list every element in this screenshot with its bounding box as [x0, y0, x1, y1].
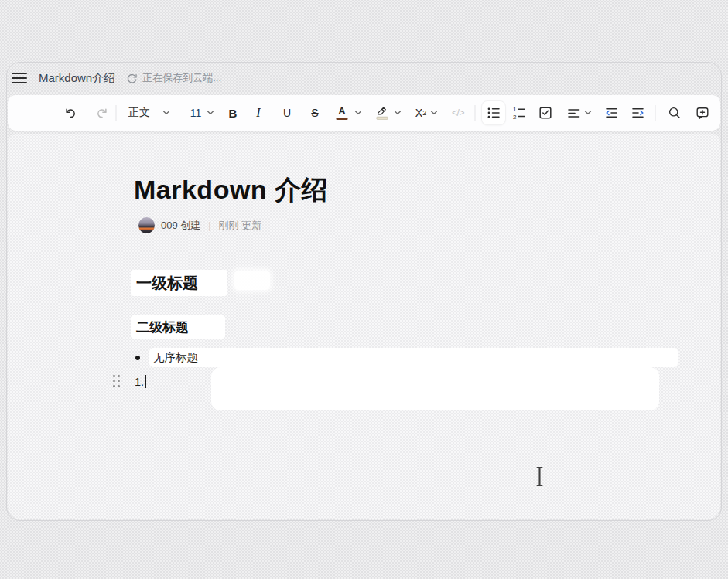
- creator-avatar[interactable]: [138, 217, 155, 233]
- highlight-color-button[interactable]: [377, 107, 388, 120]
- chevron-down-icon[interactable]: [163, 111, 170, 115]
- align-button[interactable]: [566, 105, 582, 121]
- bullet-row-highlight-block: [149, 348, 678, 367]
- save-status-text: 正在保存到云端...: [142, 71, 221, 85]
- bullet-marker: [135, 356, 140, 360]
- editor-window: Markdown介绍 正在保存到云端... 正文 1: [6, 62, 722, 521]
- checklist-button[interactable]: [538, 105, 553, 121]
- add-comment-icon: [695, 105, 710, 121]
- outdent-icon: [603, 105, 619, 121]
- paragraph-style-select[interactable]: 正文: [128, 106, 150, 120]
- chevron-down-icon[interactable]: [431, 111, 438, 115]
- ordered-list-button[interactable]: 1 2: [511, 105, 527, 121]
- undo-button[interactable]: [63, 106, 77, 120]
- bullet-list-icon: [486, 105, 501, 121]
- bullet-item-text[interactable]: 无序标题: [153, 350, 198, 365]
- chevron-down-icon[interactable]: [355, 111, 362, 115]
- ordered-list-item[interactable]: 1.: [135, 375, 146, 388]
- svg-text:2: 2: [513, 114, 517, 121]
- meta-divider: |: [208, 220, 210, 231]
- search-icon: [668, 106, 682, 121]
- redo-button[interactable]: [95, 106, 109, 120]
- ordered-list-icon: 1 2: [511, 105, 527, 121]
- heading1-text[interactable]: 一级标题: [131, 273, 198, 294]
- strikethrough-button[interactable]: S: [311, 107, 318, 119]
- bold-button[interactable]: B: [229, 107, 238, 120]
- bullet-list-button[interactable]: [482, 101, 505, 124]
- align-icon: [566, 105, 582, 121]
- superscript-button[interactable]: X2: [415, 107, 426, 119]
- toolbar-divider: [475, 105, 476, 121]
- drag-handle[interactable]: [113, 375, 120, 387]
- highlighter-icon: [377, 107, 388, 116]
- document-meta: 009 创建 | 刚刚 更新: [138, 217, 261, 233]
- updated-label: 刚刚 更新: [218, 219, 261, 233]
- sync-icon: [126, 73, 138, 84]
- toolbar-divider: [116, 105, 117, 121]
- chevron-down-icon[interactable]: [207, 111, 214, 115]
- top-bar: Markdown介绍 正在保存到云端...: [7, 63, 721, 94]
- empty-highlight-block: [211, 367, 659, 410]
- note-title: Markdown介绍: [39, 71, 115, 86]
- add-comment-button[interactable]: [695, 105, 710, 121]
- ibeam-cursor-icon: [535, 466, 545, 487]
- blurred-artifact: [234, 271, 270, 290]
- heading2-highlight-block: 二级标题: [131, 315, 225, 339]
- indent-icon: [631, 105, 646, 121]
- font-color-swatch: [337, 118, 348, 121]
- checklist-icon: [538, 105, 553, 121]
- font-color-button[interactable]: A: [337, 106, 348, 120]
- ordered-list-number: 1.: [135, 376, 144, 388]
- toolbar-divider: [655, 105, 656, 121]
- search-button[interactable]: [668, 106, 682, 121]
- chevron-down-icon[interactable]: [585, 111, 592, 115]
- chevron-down-icon[interactable]: [395, 111, 402, 115]
- document-canvas[interactable]: Markdown 介绍 009 创建 | 刚刚 更新 一级标题 二级标题 无序标…: [8, 134, 720, 519]
- highlight-color-swatch: [377, 117, 388, 120]
- svg-text:1: 1: [513, 106, 517, 113]
- format-toolbar: 正文 11 B I U S A X2: [8, 95, 720, 131]
- outdent-button[interactable]: [603, 105, 619, 121]
- underline-button[interactable]: U: [283, 107, 291, 119]
- heading2-text[interactable]: 二级标题: [131, 318, 189, 336]
- desktop-background: { "topbar": { "title": "Markdown介绍", "st…: [0, 0, 728, 579]
- code-button[interactable]: </>: [452, 107, 464, 118]
- creator-label: 009 创建: [161, 219, 200, 233]
- hamburger-menu-icon[interactable]: [12, 73, 27, 83]
- document-title[interactable]: Markdown 介绍: [134, 172, 328, 208]
- heading1-highlight-block: 一级标题: [131, 270, 227, 296]
- indent-button[interactable]: [631, 105, 646, 121]
- italic-button[interactable]: I: [256, 106, 260, 120]
- font-size-select[interactable]: 11: [190, 107, 202, 119]
- text-caret: [145, 375, 146, 388]
